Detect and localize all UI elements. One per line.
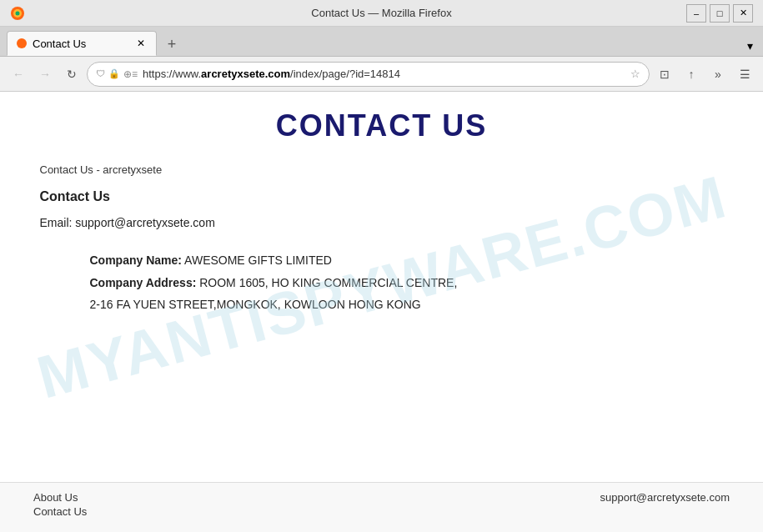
- page-heading: CONTACT US: [40, 108, 724, 143]
- tab-bar-right: ▾: [744, 36, 756, 56]
- back-button[interactable]: ←: [7, 63, 30, 86]
- maximize-button[interactable]: □: [710, 4, 730, 23]
- toolbar-right-buttons: ⊡ ↑ » ☰: [653, 63, 756, 86]
- window-title: Contact Us — Mozilla Firefox: [311, 7, 451, 19]
- company-address-value1: ROOM 1605, HO KING COMMERCIAL CENTRE,: [199, 276, 457, 289]
- url-security-icons: 🛡 🔒 ⊕≡: [96, 68, 138, 80]
- email-label: Email:: [40, 216, 73, 229]
- tab-label: Contact Us: [33, 38, 86, 50]
- title-bar-left: [10, 6, 25, 21]
- minimize-button[interactable]: –: [686, 4, 706, 23]
- breadcrumb: Contact Us - arcretyxsete: [40, 163, 724, 176]
- close-button[interactable]: ✕: [733, 4, 753, 23]
- tab-dropdown-button[interactable]: ▾: [744, 36, 756, 56]
- company-name-value: AWESOME GIFTS LIMITED: [184, 253, 332, 267]
- svg-point-3: [17, 38, 27, 48]
- tab-favicon: [16, 38, 28, 49]
- toolbar: ← → ↻ 🛡 🔒 ⊕≡ https://www.arcretyxsete.co…: [0, 57, 763, 92]
- reload-button[interactable]: ↻: [60, 63, 83, 86]
- email-line: Email: support@arcretyxsete.com: [40, 216, 724, 229]
- bookmark-star-icon[interactable]: ☆: [630, 68, 640, 80]
- url-bar[interactable]: 🛡 🔒 ⊕≡ https://www.arcretyxsete.com/inde…: [87, 62, 650, 87]
- shield-icon: 🛡: [96, 68, 105, 80]
- footer-about-link[interactable]: About Us: [33, 491, 600, 504]
- extra-url-icons: ⊕≡: [123, 68, 138, 80]
- company-address-label: Company Address:: [90, 276, 197, 289]
- company-info: Company Name: AWESOME GIFTS LIMITED Comp…: [40, 249, 724, 316]
- page-content: MYANTISPYWARE.COM CONTACT US Contact Us …: [0, 92, 763, 482]
- footer-email: support@arcretyxsete.com: [600, 491, 730, 504]
- company-address-line2: 2-16 FA YUEN STREET,MONGKOK, KOWLOON HON…: [90, 294, 724, 316]
- window-controls: – □ ✕: [686, 4, 753, 23]
- company-address-line1: Company Address: ROOM 1605, HO KING COMM…: [90, 272, 724, 294]
- svg-point-2: [16, 11, 20, 15]
- forward-button[interactable]: →: [33, 63, 57, 86]
- share-button[interactable]: ↑: [680, 63, 703, 86]
- tab-bar: Contact Us ✕ + ▾: [0, 27, 763, 57]
- title-bar: Contact Us — Mozilla Firefox – □ ✕: [0, 0, 763, 27]
- footer: About Us Contact Us support@arcretyxsete…: [0, 482, 763, 532]
- lock-icon: 🔒: [108, 68, 120, 80]
- footer-left: About Us Contact Us: [33, 491, 600, 519]
- active-tab[interactable]: Contact Us ✕: [7, 31, 157, 56]
- section-title: Contact Us: [40, 189, 724, 204]
- page-inner: CONTACT US Contact Us - arcretyxsete Con…: [7, 92, 757, 333]
- pocket-button[interactable]: ⊡: [653, 63, 676, 86]
- more-tools-button[interactable]: »: [706, 63, 730, 86]
- firefox-icon: [10, 6, 25, 21]
- new-tab-button[interactable]: +: [160, 33, 183, 56]
- menu-button[interactable]: ☰: [733, 63, 756, 86]
- tab-close-button[interactable]: ✕: [134, 37, 148, 50]
- company-name-line: Company Name: AWESOME GIFTS LIMITED: [90, 249, 724, 272]
- company-name-label: Company Name:: [90, 253, 182, 267]
- url-text: https://www.arcretyxsete.com/index/page/…: [143, 68, 625, 80]
- footer-contact-link[interactable]: Contact Us: [33, 505, 600, 518]
- footer-right: support@arcretyxsete.com: [600, 491, 730, 504]
- email-value: support@arcretyxsete.com: [75, 216, 215, 229]
